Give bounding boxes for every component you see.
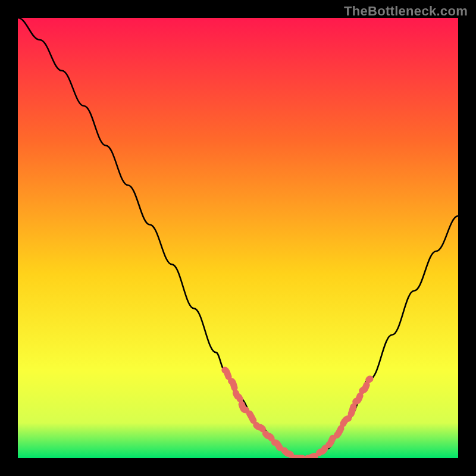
- watermark-text: TheBottleneck.com: [344, 4, 468, 19]
- plot-area: [18, 18, 458, 458]
- chart-svg: [18, 18, 458, 458]
- chart-frame: TheBottleneck.com: [0, 0, 476, 476]
